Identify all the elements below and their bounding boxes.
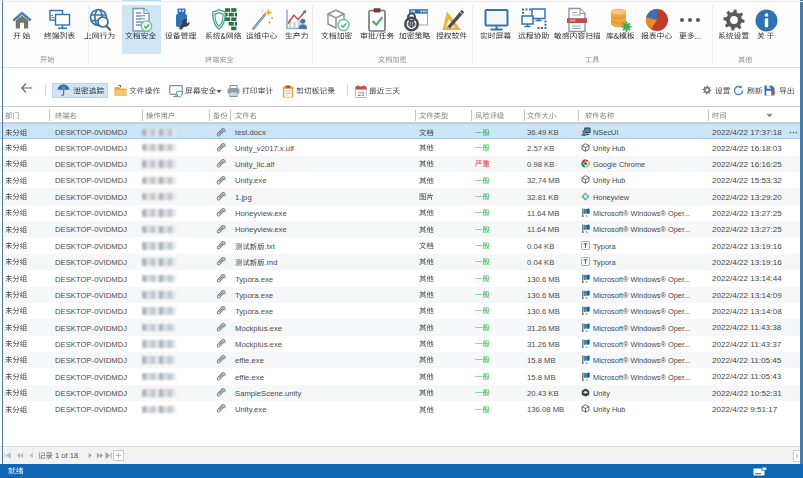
svg-text:23: 23 <box>357 90 364 96</box>
